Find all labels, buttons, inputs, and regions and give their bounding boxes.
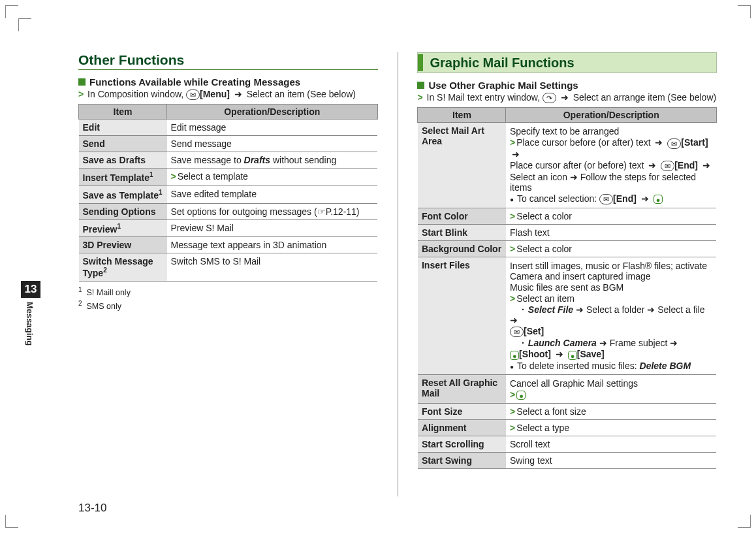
row-item: Send (79, 136, 167, 152)
row-desc: Insert still images, music or Flash® fil… (506, 257, 717, 375)
row-item: Insert Files (418, 257, 506, 375)
intro-suffix: Select an arrange item (See below) (573, 92, 716, 103)
row-desc: Cancel all Graphic Mail settings >● (506, 374, 717, 403)
section-title: Other Functions (78, 52, 378, 70)
key-button-icon: ↷ (543, 93, 556, 103)
row-desc: Message text appears in 3D animation (167, 237, 378, 253)
row-desc: >Select a color (506, 241, 717, 257)
row-item: Font Color (418, 208, 506, 225)
row-desc: Swing text (506, 453, 717, 469)
row-item: Start Swing (418, 453, 506, 469)
row-item: Insert Template1 (79, 169, 167, 186)
row-item: Edit (79, 120, 167, 136)
row-desc: Scroll text (506, 436, 717, 453)
row-item: Select Mail Art Area (418, 123, 506, 208)
intro-text: In Composition window, (87, 89, 186, 99)
arrow-icon: ➜ (234, 89, 242, 99)
row-desc: Edit message (167, 120, 378, 136)
th-item: Item (418, 108, 506, 123)
mail-button-icon: ✉ (186, 89, 200, 100)
th-desc: Operation/Description (506, 108, 717, 123)
banner-bar-icon (418, 54, 423, 71)
intro-suffix: Select an item (See below) (247, 89, 356, 99)
banner-heading: Graphic Mail Functions (417, 52, 717, 73)
row-desc: >Select a font size (506, 404, 717, 420)
banner-title: Graphic Mail Functions (430, 56, 574, 71)
sub-title: Functions Available while Creating Messa… (89, 76, 300, 88)
row-item: Reset All Graphic Mail (418, 374, 506, 403)
row-desc: >Select a type (506, 420, 717, 436)
center-key-icon: ● (516, 391, 526, 400)
left-column: Other Functions Functions Available whil… (78, 52, 378, 496)
row-item: Start Blink (418, 225, 506, 241)
center-key-icon: ● (654, 195, 663, 204)
row-desc: Send message (167, 136, 378, 152)
mail-button-icon: ✉ (599, 194, 613, 204)
row-item: 3D Preview (79, 237, 167, 253)
mail-button-icon: ✉ (510, 327, 524, 337)
row-desc: >Select a template (167, 169, 378, 186)
row-desc: Set options for outgoing messages (☞P.12… (167, 203, 378, 219)
center-key-icon: ● (510, 351, 519, 360)
column-divider (398, 52, 398, 496)
sub-heading: Use Other Graphic Mail Settings (417, 80, 717, 91)
row-desc: Switch SMS to S! Mail (167, 253, 378, 282)
th-desc: Operation/Description (167, 105, 378, 120)
arrow-icon: ➜ (561, 92, 569, 103)
square-bullet-icon (78, 78, 86, 86)
row-desc: Save edited template (167, 186, 378, 203)
chevron-icon: > (78, 89, 84, 99)
menu-label: [Menu] (200, 89, 230, 99)
intro-text: In S! Mail text entry window, (427, 92, 543, 103)
chevron-icon: > (417, 92, 422, 103)
row-desc: Save message to Drafts without sending (167, 152, 378, 169)
row-desc: Specify text to be arranged >Place curso… (506, 123, 717, 208)
sub-title: Use Other Graphic Mail Settings (428, 80, 578, 91)
intro-line: > In S! Mail text entry window, ↷ ➜ Sele… (417, 92, 717, 103)
mail-button-icon: ✉ (667, 138, 681, 149)
row-item: Start Scrolling (418, 436, 506, 453)
functions-table: Item Operation/Description Edit Edit mes… (78, 104, 378, 282)
center-key-icon: ● (568, 351, 577, 360)
square-bullet-icon (417, 82, 424, 89)
row-item: Save as Drafts (79, 152, 167, 169)
sub-heading: Functions Available while Creating Messa… (78, 76, 378, 88)
chevron-icon: > (171, 171, 176, 182)
row-item: Background Color (418, 241, 506, 257)
row-item: Switch Message Type2 (79, 253, 167, 282)
row-item: Alignment (418, 420, 506, 436)
row-item: Preview1 (79, 219, 167, 237)
row-desc: >Select a color (506, 208, 717, 225)
th-item: Item (79, 105, 167, 120)
page-number: 13-10 (78, 502, 106, 515)
row-desc: Preview S! Mail (167, 219, 378, 237)
row-item: Sending Options (79, 203, 167, 219)
mail-button-icon: ✉ (661, 161, 674, 171)
row-item: Save as Template1 (79, 186, 167, 203)
right-column: Graphic Mail Functions Use Other Graphic… (417, 52, 717, 496)
row-desc: Flash text (506, 225, 717, 241)
intro-line: > In Composition window, ✉[Menu] ➜ Selec… (78, 89, 378, 100)
graphic-mail-table: Item Operation/Description Select Mail A… (417, 107, 717, 469)
footnotes: 1 S! Maill only 2 SMS only (78, 285, 378, 312)
row-item: Font Size (418, 404, 506, 420)
